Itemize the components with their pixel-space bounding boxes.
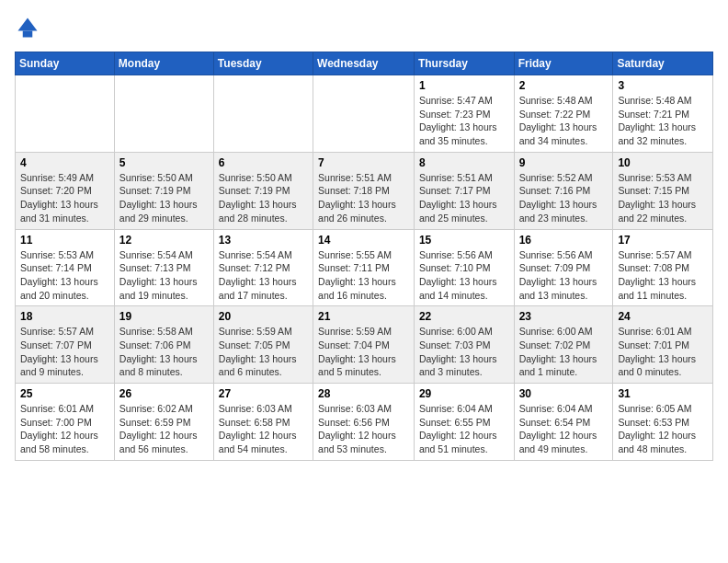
day-info: Sunrise: 6:04 AM Sunset: 6:54 PM Dayligh…	[519, 402, 609, 456]
day-info: Sunrise: 6:00 AM Sunset: 7:02 PM Dayligh…	[519, 325, 609, 379]
day-number: 19	[119, 310, 209, 323]
day-info: Sunrise: 5:57 AM Sunset: 7:08 PM Dayligh…	[618, 248, 708, 303]
day-info: Sunrise: 6:03 AM Sunset: 6:58 PM Dayligh…	[219, 402, 308, 456]
day-cell	[313, 75, 415, 153]
week-row-4: 18Sunrise: 5:57 AM Sunset: 7:07 PM Dayli…	[16, 306, 713, 384]
day-number: 15	[419, 234, 509, 247]
day-info: Sunrise: 5:52 AM Sunset: 7:16 PM Dayligh…	[519, 171, 609, 225]
day-number: 8	[419, 156, 509, 169]
day-info: Sunrise: 5:59 AM Sunset: 7:05 PM Dayligh…	[219, 325, 308, 379]
day-cell: 3Sunrise: 5:48 AM Sunset: 7:21 PM Daylig…	[613, 75, 713, 153]
day-number: 29	[419, 387, 509, 400]
weekday-header-wednesday: Wednesday	[313, 52, 415, 75]
day-info: Sunrise: 6:02 AM Sunset: 6:59 PM Dayligh…	[119, 402, 209, 456]
day-info: Sunrise: 5:50 AM Sunset: 7:19 PM Dayligh…	[219, 171, 308, 225]
day-number: 6	[219, 156, 308, 169]
day-cell: 9Sunrise: 5:52 AM Sunset: 7:16 PM Daylig…	[514, 152, 613, 229]
day-number: 11	[20, 234, 109, 247]
day-number: 9	[519, 156, 609, 169]
day-number: 14	[318, 234, 409, 247]
day-number: 4	[20, 156, 109, 169]
day-cell: 10Sunrise: 5:53 AM Sunset: 7:15 PM Dayli…	[613, 152, 713, 229]
week-row-2: 4Sunrise: 5:49 AM Sunset: 7:20 PM Daylig…	[16, 152, 713, 229]
day-cell: 27Sunrise: 6:03 AM Sunset: 6:58 PM Dayli…	[213, 384, 313, 461]
weekday-header-tuesday: Tuesday	[213, 52, 313, 75]
svg-marker-0	[18, 18, 38, 31]
day-number: 20	[219, 310, 308, 323]
day-info: Sunrise: 5:49 AM Sunset: 7:20 PM Dayligh…	[20, 171, 109, 225]
day-number: 30	[519, 387, 609, 400]
day-info: Sunrise: 5:56 AM Sunset: 7:10 PM Dayligh…	[419, 248, 509, 303]
day-cell: 12Sunrise: 5:54 AM Sunset: 7:13 PM Dayli…	[114, 229, 213, 306]
weekday-header-saturday: Saturday	[613, 52, 713, 75]
day-cell: 11Sunrise: 5:53 AM Sunset: 7:14 PM Dayli…	[16, 229, 115, 306]
day-cell: 18Sunrise: 5:57 AM Sunset: 7:07 PM Dayli…	[16, 306, 115, 384]
day-cell: 19Sunrise: 5:58 AM Sunset: 7:06 PM Dayli…	[114, 306, 213, 384]
calendar-table: SundayMondayTuesdayWednesdayThursdayFrid…	[15, 52, 713, 461]
day-info: Sunrise: 5:53 AM Sunset: 7:14 PM Dayligh…	[20, 248, 109, 303]
day-number: 2	[519, 79, 609, 92]
day-number: 7	[318, 156, 409, 169]
day-cell: 25Sunrise: 6:01 AM Sunset: 7:00 PM Dayli…	[16, 384, 115, 461]
day-cell: 6Sunrise: 5:50 AM Sunset: 7:19 PM Daylig…	[213, 152, 313, 229]
day-info: Sunrise: 6:05 AM Sunset: 6:53 PM Dayligh…	[618, 402, 708, 456]
day-info: Sunrise: 5:56 AM Sunset: 7:09 PM Dayligh…	[519, 248, 609, 303]
day-cell: 13Sunrise: 5:54 AM Sunset: 7:12 PM Dayli…	[213, 229, 313, 306]
day-cell	[213, 75, 313, 153]
day-number: 24	[618, 310, 708, 323]
day-cell: 14Sunrise: 5:55 AM Sunset: 7:11 PM Dayli…	[313, 229, 415, 306]
day-number: 28	[318, 387, 409, 400]
weekday-header-monday: Monday	[114, 52, 213, 75]
day-number: 5	[119, 156, 209, 169]
day-info: Sunrise: 5:53 AM Sunset: 7:15 PM Dayligh…	[618, 171, 708, 225]
day-cell: 24Sunrise: 6:01 AM Sunset: 7:01 PM Dayli…	[613, 306, 713, 384]
page-header	[15, 15, 713, 40]
day-cell: 4Sunrise: 5:49 AM Sunset: 7:20 PM Daylig…	[16, 152, 115, 229]
day-info: Sunrise: 5:48 AM Sunset: 7:21 PM Dayligh…	[618, 94, 708, 148]
day-cell: 5Sunrise: 5:50 AM Sunset: 7:19 PM Daylig…	[114, 152, 213, 229]
day-info: Sunrise: 5:54 AM Sunset: 7:13 PM Dayligh…	[119, 248, 209, 303]
day-cell: 8Sunrise: 5:51 AM Sunset: 7:17 PM Daylig…	[414, 152, 514, 229]
day-cell: 15Sunrise: 5:56 AM Sunset: 7:10 PM Dayli…	[414, 229, 514, 306]
weekday-header-row: SundayMondayTuesdayWednesdayThursdayFrid…	[16, 52, 713, 75]
day-cell: 17Sunrise: 5:57 AM Sunset: 7:08 PM Dayli…	[613, 229, 713, 306]
day-info: Sunrise: 5:48 AM Sunset: 7:22 PM Dayligh…	[519, 94, 609, 148]
day-cell: 30Sunrise: 6:04 AM Sunset: 6:54 PM Dayli…	[514, 384, 613, 461]
day-number: 27	[219, 387, 308, 400]
svg-rect-1	[23, 31, 33, 38]
day-cell: 22Sunrise: 6:00 AM Sunset: 7:03 PM Dayli…	[414, 306, 514, 384]
day-number: 10	[618, 156, 708, 169]
day-info: Sunrise: 5:58 AM Sunset: 7:06 PM Dayligh…	[119, 325, 209, 379]
day-number: 3	[618, 79, 708, 92]
day-cell: 1Sunrise: 5:47 AM Sunset: 7:23 PM Daylig…	[414, 75, 514, 153]
day-cell	[114, 75, 213, 153]
day-number: 26	[119, 387, 209, 400]
day-number: 31	[618, 387, 708, 400]
day-cell: 29Sunrise: 6:04 AM Sunset: 6:55 PM Dayli…	[414, 384, 514, 461]
day-info: Sunrise: 6:03 AM Sunset: 6:56 PM Dayligh…	[318, 402, 409, 456]
day-number: 17	[618, 234, 708, 247]
logo-icon	[15, 15, 40, 40]
day-number: 16	[519, 234, 609, 247]
day-cell: 26Sunrise: 6:02 AM Sunset: 6:59 PM Dayli…	[114, 384, 213, 461]
week-row-3: 11Sunrise: 5:53 AM Sunset: 7:14 PM Dayli…	[16, 229, 713, 306]
weekday-header-sunday: Sunday	[16, 52, 115, 75]
day-cell: 20Sunrise: 5:59 AM Sunset: 7:05 PM Dayli…	[213, 306, 313, 384]
day-info: Sunrise: 6:01 AM Sunset: 7:01 PM Dayligh…	[618, 325, 708, 379]
day-info: Sunrise: 5:55 AM Sunset: 7:11 PM Dayligh…	[318, 248, 409, 303]
day-number: 23	[519, 310, 609, 323]
day-cell: 23Sunrise: 6:00 AM Sunset: 7:02 PM Dayli…	[514, 306, 613, 384]
day-number: 25	[20, 387, 109, 400]
week-row-1: 1Sunrise: 5:47 AM Sunset: 7:23 PM Daylig…	[16, 75, 713, 153]
day-number: 22	[419, 310, 509, 323]
day-info: Sunrise: 5:47 AM Sunset: 7:23 PM Dayligh…	[419, 94, 509, 148]
day-info: Sunrise: 5:59 AM Sunset: 7:04 PM Dayligh…	[318, 325, 409, 379]
day-cell	[16, 75, 115, 153]
day-info: Sunrise: 6:04 AM Sunset: 6:55 PM Dayligh…	[419, 402, 509, 456]
day-number: 21	[318, 310, 409, 323]
logo	[15, 15, 44, 40]
day-cell: 2Sunrise: 5:48 AM Sunset: 7:22 PM Daylig…	[514, 75, 613, 153]
day-info: Sunrise: 6:00 AM Sunset: 7:03 PM Dayligh…	[419, 325, 509, 379]
week-row-5: 25Sunrise: 6:01 AM Sunset: 7:00 PM Dayli…	[16, 384, 713, 461]
day-number: 12	[119, 234, 209, 247]
